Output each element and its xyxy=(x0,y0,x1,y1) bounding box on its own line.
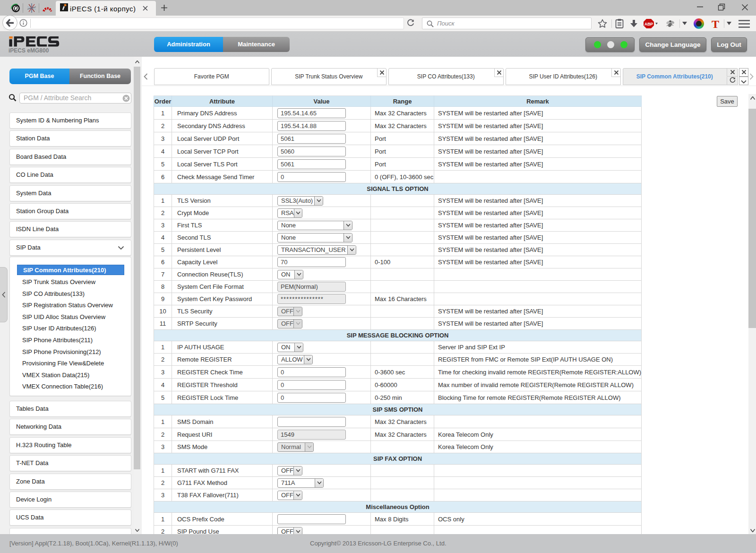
svg-text:ABP: ABP xyxy=(644,22,653,26)
